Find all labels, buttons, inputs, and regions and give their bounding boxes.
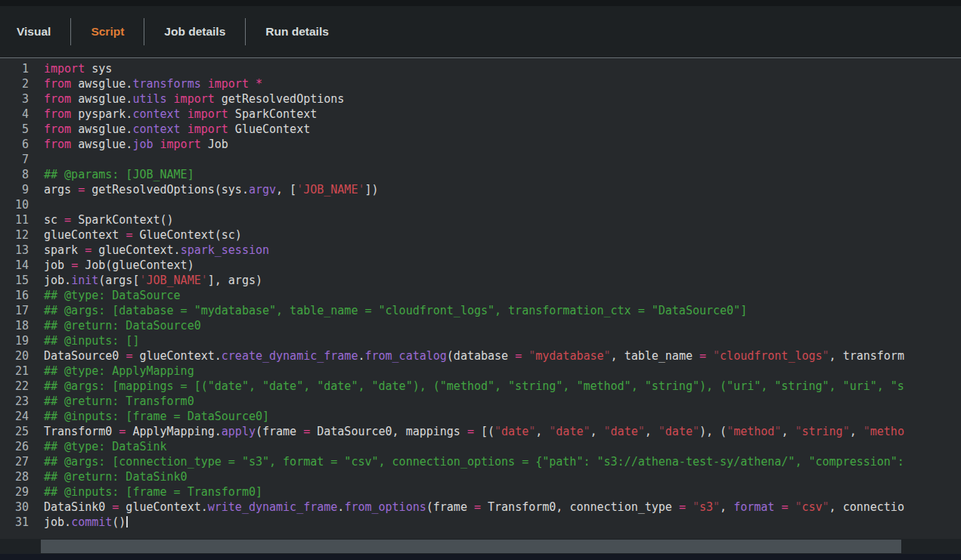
- code-text: [29, 197, 44, 212]
- code-line: 6from awsglue.job import Job: [0, 137, 961, 152]
- line-number: 8: [0, 167, 29, 182]
- line-number: 16: [0, 288, 29, 303]
- line-number: 24: [0, 409, 29, 424]
- code-line: 18## @return: DataSource0: [0, 318, 961, 333]
- code-line: 25Transform0 = ApplyMapping.apply(frame …: [0, 424, 961, 439]
- code-line: 1import sys: [0, 61, 961, 76]
- code-text: ## @args: [mappings = [("date", "date", …: [29, 379, 904, 394]
- line-number: 13: [0, 243, 29, 258]
- line-number: 7: [0, 152, 29, 167]
- code-text: ## @return: Transform0: [29, 394, 194, 409]
- code-line: 16## @type: DataSource: [0, 288, 961, 303]
- code-text: ## @inputs: [frame = DataSource0]: [29, 409, 269, 424]
- code-text: Transform0 = ApplyMapping.apply(frame = …: [29, 424, 904, 439]
- code-text: from awsglue.transforms import *: [29, 76, 262, 91]
- line-number: 31: [0, 515, 29, 530]
- code-text: ## @type: DataSource: [29, 288, 181, 303]
- code-editor[interactable]: 1import sys2from awsglue.transforms impo…: [0, 58, 961, 539]
- code-text: ## @inputs: [frame = Transform0]: [29, 484, 262, 500]
- code-line: 24## @inputs: [frame = DataSource0]: [0, 409, 961, 424]
- horizontal-scrollbar[interactable]: [0, 539, 961, 554]
- code-text: ## @type: ApplyMapping: [29, 364, 194, 379]
- code-line: 7: [0, 152, 961, 167]
- line-number: 9: [0, 182, 29, 197]
- code-text: from pyspark.context import SparkContext: [29, 107, 317, 122]
- top-strip: [0, 0, 961, 6]
- code-line: 28## @return: DataSink0: [0, 469, 961, 484]
- tab-bar: Visual Script Job details Run details: [0, 6, 961, 57]
- tab-visual[interactable]: Visual: [17, 25, 70, 39]
- code-line: 19## @inputs: []: [0, 333, 961, 348]
- line-number: 19: [0, 333, 29, 348]
- code-line: 31job.commit(): [0, 515, 961, 530]
- tab-run-details[interactable]: Run details: [246, 25, 349, 39]
- line-number: 6: [0, 137, 29, 152]
- line-number: 14: [0, 258, 29, 273]
- line-number: 12: [0, 227, 29, 243]
- line-number: 3: [0, 91, 29, 107]
- code-line: 23## @return: Transform0: [0, 394, 961, 409]
- code-line: 15job.init(args['JOB_NAME'], args): [0, 273, 961, 288]
- code-text: ## @return: DataSource0: [29, 318, 201, 333]
- line-number: 27: [0, 454, 29, 469]
- line-number: 21: [0, 364, 29, 379]
- code-text: args = getResolvedOptions(sys.argv, ['JO…: [29, 182, 379, 197]
- code-line: 29## @inputs: [frame = Transform0]: [0, 484, 961, 500]
- code-text: job.commit(): [29, 515, 128, 530]
- code-text: from awsglue.job import Job: [29, 137, 228, 152]
- line-number: 30: [0, 500, 29, 515]
- tab-script[interactable]: Script: [71, 25, 144, 39]
- code-text: ## @args: [connection_type = "s3", forma…: [29, 454, 904, 469]
- line-number: 23: [0, 394, 29, 409]
- code-text: spark = glueContext.spark_session: [29, 243, 269, 258]
- line-number: 10: [0, 197, 29, 212]
- code-line: 30DataSink0 = glueContext.write_dynamic_…: [0, 500, 961, 515]
- tab-job-details[interactable]: Job details: [144, 25, 245, 39]
- line-number: 15: [0, 273, 29, 288]
- code-line: 12glueContext = GlueContext(sc): [0, 227, 961, 243]
- line-number: 2: [0, 76, 29, 91]
- horizontal-scrollbar-thumb[interactable]: [41, 540, 901, 553]
- code-text: job = Job(glueContext): [29, 258, 194, 273]
- code-text: DataSink0 = glueContext.write_dynamic_fr…: [29, 500, 904, 515]
- text-cursor: [126, 516, 128, 528]
- code-text: from awsglue.context import GlueContext: [29, 122, 310, 137]
- code-line: 5from awsglue.context import GlueContext: [0, 122, 961, 137]
- bottom-strip: [0, 554, 961, 560]
- code-text: from awsglue.utils import getResolvedOpt…: [29, 91, 344, 107]
- code-line: 26## @type: DataSink: [0, 439, 961, 454]
- code-line: 4from pyspark.context import SparkContex…: [0, 107, 961, 122]
- code-text: ## @args: [database = "mydatabase", tabl…: [29, 303, 747, 318]
- code-text: job.init(args['JOB_NAME'], args): [29, 273, 262, 288]
- line-number: 28: [0, 469, 29, 484]
- code-line: 13spark = glueContext.spark_session: [0, 243, 961, 258]
- code-line: 11sc = SparkContext(): [0, 212, 961, 227]
- code-line: 22## @args: [mappings = [("date", "date"…: [0, 379, 961, 394]
- code-text: ## @params: [JOB_NAME]: [29, 167, 194, 182]
- code-line: 10: [0, 197, 961, 212]
- line-number: 29: [0, 484, 29, 500]
- code-line: 14job = Job(glueContext): [0, 258, 961, 273]
- line-number: 5: [0, 122, 29, 137]
- code-line: 20DataSource0 = glueContext.create_dynam…: [0, 348, 961, 364]
- code-line: 17## @args: [database = "mydatabase", ta…: [0, 303, 961, 318]
- code-text: glueContext = GlueContext(sc): [29, 227, 242, 243]
- code-line: 2from awsglue.transforms import *: [0, 76, 961, 91]
- code-text: [29, 152, 44, 167]
- code-text: import sys: [29, 61, 112, 76]
- line-number: 20: [0, 348, 29, 364]
- code-text: DataSource0 = glueContext.create_dynamic…: [29, 348, 904, 364]
- line-number: 18: [0, 318, 29, 333]
- code-line: 27## @args: [connection_type = "s3", for…: [0, 454, 961, 469]
- code-text: sc = SparkContext(): [29, 212, 174, 227]
- line-number: 25: [0, 424, 29, 439]
- line-number: 1: [0, 61, 29, 76]
- code-line: 3from awsglue.utils import getResolvedOp…: [0, 91, 961, 107]
- code-line: 8## @params: [JOB_NAME]: [0, 167, 961, 182]
- line-number: 11: [0, 212, 29, 227]
- code-text: ## @inputs: []: [29, 333, 139, 348]
- code-lines: 1import sys2from awsglue.transforms impo…: [0, 61, 961, 530]
- code-text: ## @type: DataSink: [29, 439, 167, 454]
- line-number: 22: [0, 379, 29, 394]
- line-number: 26: [0, 439, 29, 454]
